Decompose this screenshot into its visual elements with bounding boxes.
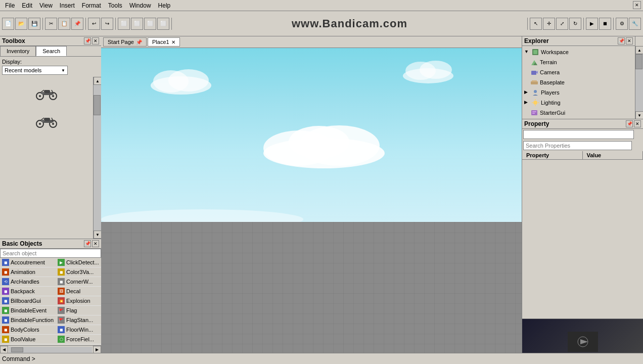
tree-item-workspace[interactable]: ▼ Workspace: [522, 47, 635, 57]
obj-icon: ◼: [58, 278, 65, 285]
toolbar-copy[interactable]: 📋: [58, 18, 70, 30]
menu-view[interactable]: View: [36, 1, 56, 10]
viewport-close-btn[interactable]: ✕: [633, 1, 641, 9]
list-item[interactable]: ◼ Color3Va...: [56, 267, 101, 277]
property-panel: Property 📌 ✕ Property Value: [522, 119, 643, 318]
menu-format[interactable]: Format: [79, 1, 104, 10]
list-item[interactable]: ▶ ClickDetect...: [56, 258, 101, 267]
obj-icon: 💥: [58, 297, 65, 304]
list-item[interactable]: ◼ Accoutrement: [0, 258, 56, 267]
svg-point-12: [52, 123, 54, 125]
hscroll-thumb[interactable]: [11, 347, 23, 352]
model-item-2[interactable]: [0, 107, 93, 132]
toolbar-btn4[interactable]: ⬜: [157, 18, 169, 30]
basic-objects-close[interactable]: ✕: [92, 240, 99, 247]
tree-item-startergui[interactable]: StarterGui: [522, 108, 635, 118]
menu-window[interactable]: Window: [126, 1, 154, 10]
toolbar-save[interactable]: 💾: [28, 18, 40, 30]
toolbar-select[interactable]: ↖: [530, 18, 542, 30]
toolbar-paste[interactable]: 📌: [71, 18, 83, 30]
explorer-header: Explorer 📌 ✕: [522, 36, 635, 46]
list-item[interactable]: 🖼 Decal: [56, 287, 101, 296]
obj-label: FloorWin...: [66, 327, 93, 333]
obj-icon: ◼: [2, 316, 9, 324]
toolbar-play[interactable]: ▶: [586, 18, 598, 30]
scroll-up-btn[interactable]: ▲: [94, 77, 102, 85]
list-item[interactable]: 🚩 Flag: [56, 306, 101, 315]
search-object-input[interactable]: [0, 249, 101, 258]
list-item[interactable]: 💥 Explosion: [56, 296, 101, 306]
tree-item-players[interactable]: ▶ Players: [522, 87, 635, 98]
toolbar-move[interactable]: ✛: [543, 18, 555, 30]
tab-inventory[interactable]: Inventory: [0, 46, 36, 56]
list-item[interactable]: ◼ BindableEvent: [0, 306, 56, 315]
menu-insert[interactable]: Insert: [57, 1, 78, 10]
property-header: Property 📌 ✕: [522, 119, 643, 129]
toolbar-rotate[interactable]: ↻: [569, 18, 581, 30]
menu-edit[interactable]: Edit: [19, 1, 35, 10]
explorer-pin[interactable]: 📌: [618, 37, 625, 44]
tab-place1[interactable]: Place1 ✕: [148, 37, 180, 47]
workspace-icon: [531, 48, 539, 56]
tree-item-terrain[interactable]: Terrain: [522, 57, 635, 67]
list-item[interactable]: ◼ CornerW...: [56, 277, 101, 287]
toolbar-open[interactable]: 📂: [15, 18, 27, 30]
svg-point-27: [420, 61, 452, 79]
tab-search[interactable]: Search: [36, 46, 67, 56]
list-item[interactable]: ◼ BoolValue: [0, 335, 56, 344]
list-item[interactable]: 🚩 FlagStan...: [56, 315, 101, 325]
explorer-scroll-up[interactable]: ▲: [635, 46, 643, 54]
list-item[interactable]: ⬡ ForceFiel...: [56, 335, 101, 344]
toolbar-new[interactable]: 📄: [2, 18, 14, 30]
obj-label: Animation: [11, 269, 35, 275]
model-item-1[interactable]: [0, 79, 93, 105]
toolbar-stop[interactable]: ⏹: [599, 18, 611, 30]
toolbox-pin[interactable]: 📌: [84, 37, 91, 44]
left-panels: Toolbox 📌 ✕ Inventory Search Display: Re…: [0, 36, 101, 364]
tree-item-lighting[interactable]: ▶ Lighting: [522, 98, 635, 108]
explorer-scroll-thumb[interactable]: [635, 54, 642, 69]
property-name-input[interactable]: [523, 130, 634, 139]
obj-label: BodyColors: [11, 327, 39, 333]
menu-file[interactable]: File: [2, 1, 18, 10]
tab-start-page[interactable]: Start Page 📌: [103, 37, 147, 47]
toolbar-cut[interactable]: ✂: [45, 18, 57, 30]
explorer-scroll-down[interactable]: ▼: [635, 111, 643, 119]
tree-item-camera[interactable]: Camera: [522, 67, 635, 77]
obj-icon: ◼: [2, 288, 9, 295]
tab-place1-close[interactable]: ✕: [171, 39, 175, 45]
property-pin[interactable]: 📌: [626, 120, 633, 127]
list-item[interactable]: ◼ FloorWin...: [56, 325, 101, 335]
list-item[interactable]: ◼ BillboardGui: [0, 296, 56, 306]
toolbar-btn3[interactable]: ⬜: [144, 18, 156, 30]
property-close[interactable]: ✕: [634, 120, 641, 127]
menu-tools[interactable]: Tools: [105, 1, 125, 10]
toolbox-inner: ▲ ▼: [0, 77, 101, 239]
scroll-thumb[interactable]: [94, 95, 101, 115]
toolbar-btn2[interactable]: ⬜: [131, 18, 143, 30]
explorer-close[interactable]: ✕: [626, 37, 633, 44]
tab-start-close: 📌: [136, 39, 142, 45]
toolbox-close[interactable]: ✕: [92, 37, 99, 44]
toolbar-scale[interactable]: ⤢: [556, 18, 568, 30]
toolbar-undo[interactable]: ↩: [88, 18, 100, 30]
toolbar-btn1[interactable]: ⬜: [118, 18, 130, 30]
viewport: [101, 48, 522, 364]
list-item[interactable]: ⟲ ArcHandles: [0, 277, 56, 287]
search-properties-input[interactable]: [523, 141, 632, 150]
svg-point-3: [52, 95, 54, 97]
list-item[interactable]: ◼ Backpack: [0, 287, 56, 296]
tree-item-baseplate[interactable]: Baseplate: [522, 77, 635, 87]
obj-label: ArcHandles: [11, 279, 39, 285]
scroll-down-btn[interactable]: ▼: [94, 231, 102, 239]
toolbox-vscroll: ▲ ▼: [93, 77, 101, 239]
list-item[interactable]: ◼ BindableFunction: [0, 315, 56, 325]
toolbar-extra[interactable]: ⚙: [616, 18, 628, 30]
toolbar-extra2[interactable]: 🔧: [629, 18, 641, 30]
menu-help[interactable]: Help: [155, 1, 174, 10]
display-dropdown[interactable]: Recent models ▼: [2, 66, 68, 75]
toolbar-redo[interactable]: ↪: [101, 18, 113, 30]
list-item[interactable]: ◼ BodyColors: [0, 325, 56, 335]
basic-objects-pin[interactable]: 📌: [84, 240, 91, 247]
list-item[interactable]: ◼ Animation: [0, 267, 56, 277]
